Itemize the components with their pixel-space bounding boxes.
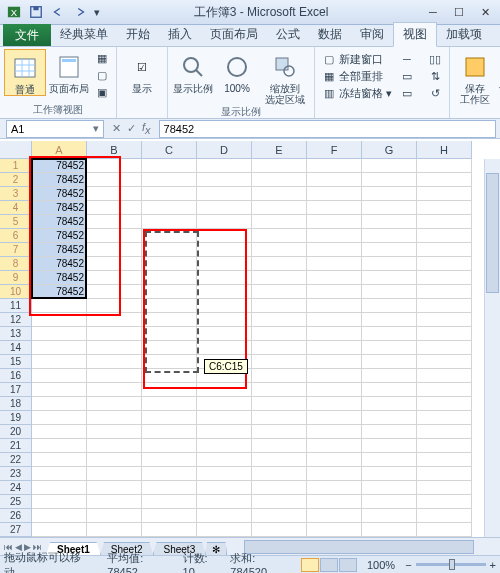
tab-classic[interactable]: 经典菜单 bbox=[51, 23, 117, 46]
cell[interactable] bbox=[417, 453, 472, 467]
cell[interactable] bbox=[362, 397, 417, 411]
cell[interactable] bbox=[197, 453, 252, 467]
cell[interactable] bbox=[307, 397, 362, 411]
row-header-21[interactable]: 21 bbox=[0, 439, 32, 453]
hide-button[interactable]: ▭ bbox=[397, 68, 417, 84]
cell[interactable] bbox=[197, 439, 252, 453]
cell[interactable]: 78452 bbox=[32, 215, 87, 229]
view-normal-icon[interactable] bbox=[301, 558, 319, 572]
cell[interactable] bbox=[87, 257, 142, 271]
maximize-icon[interactable]: ☐ bbox=[446, 4, 472, 20]
row-header-27[interactable]: 27 bbox=[0, 523, 32, 537]
cell[interactable] bbox=[252, 341, 307, 355]
col-header-F[interactable]: F bbox=[307, 141, 362, 159]
cell[interactable] bbox=[142, 215, 197, 229]
zoom-100-button[interactable]: 100% bbox=[216, 49, 258, 94]
row-header-15[interactable]: 15 bbox=[0, 355, 32, 369]
tab-review[interactable]: 审阅 bbox=[351, 23, 393, 46]
tab-view[interactable]: 视图 bbox=[393, 22, 437, 47]
row-header-8[interactable]: 8 bbox=[0, 257, 32, 271]
cell[interactable] bbox=[252, 243, 307, 257]
cell[interactable] bbox=[87, 523, 142, 537]
view-pagelayout-button[interactable]: 页面布局 bbox=[48, 49, 90, 94]
cell[interactable] bbox=[32, 439, 87, 453]
cell[interactable] bbox=[32, 481, 87, 495]
zoom-button[interactable]: 显示比例 bbox=[172, 49, 214, 94]
new-window-button[interactable]: ▢新建窗口 bbox=[319, 51, 395, 67]
cell[interactable] bbox=[362, 467, 417, 481]
cell[interactable] bbox=[417, 201, 472, 215]
cell[interactable] bbox=[362, 215, 417, 229]
reset-pos-button[interactable]: ↺ bbox=[425, 85, 445, 101]
cell[interactable] bbox=[417, 271, 472, 285]
cell[interactable] bbox=[362, 439, 417, 453]
cell[interactable] bbox=[252, 467, 307, 481]
col-header-C[interactable]: C bbox=[142, 141, 197, 159]
cell[interactable] bbox=[417, 173, 472, 187]
row-header-5[interactable]: 5 bbox=[0, 215, 32, 229]
tab-formulas[interactable]: 公式 bbox=[267, 23, 309, 46]
cell[interactable] bbox=[252, 201, 307, 215]
cell[interactable] bbox=[87, 341, 142, 355]
cell[interactable] bbox=[142, 299, 197, 313]
cell[interactable] bbox=[252, 495, 307, 509]
cell[interactable] bbox=[252, 271, 307, 285]
cell[interactable] bbox=[32, 341, 87, 355]
cell[interactable] bbox=[32, 313, 87, 327]
cell[interactable] bbox=[252, 355, 307, 369]
cell[interactable] bbox=[417, 243, 472, 257]
cell[interactable] bbox=[32, 397, 87, 411]
cell[interactable] bbox=[87, 271, 142, 285]
row-header-1[interactable]: 1 bbox=[0, 159, 32, 173]
cell[interactable] bbox=[87, 509, 142, 523]
row-header-17[interactable]: 17 bbox=[0, 383, 32, 397]
cell[interactable] bbox=[252, 523, 307, 537]
cell[interactable] bbox=[362, 383, 417, 397]
fx-icon[interactable]: fx bbox=[142, 121, 151, 136]
cell[interactable] bbox=[87, 313, 142, 327]
excel-icon[interactable]: X bbox=[4, 2, 24, 22]
cell[interactable] bbox=[417, 439, 472, 453]
cell[interactable] bbox=[307, 341, 362, 355]
col-header-B[interactable]: B bbox=[87, 141, 142, 159]
cell[interactable] bbox=[142, 271, 197, 285]
cell[interactable] bbox=[197, 467, 252, 481]
cell[interactable] bbox=[142, 509, 197, 523]
cell[interactable] bbox=[307, 201, 362, 215]
cell[interactable] bbox=[197, 509, 252, 523]
cell[interactable]: 78452 bbox=[32, 285, 87, 299]
cell[interactable] bbox=[307, 411, 362, 425]
cell[interactable] bbox=[417, 187, 472, 201]
cell[interactable] bbox=[252, 439, 307, 453]
cell[interactable] bbox=[142, 523, 197, 537]
col-header-D[interactable]: D bbox=[197, 141, 252, 159]
cell[interactable] bbox=[417, 495, 472, 509]
cell[interactable] bbox=[362, 355, 417, 369]
split-button[interactable]: ─ bbox=[397, 51, 417, 67]
cell[interactable] bbox=[362, 257, 417, 271]
custom-views-button[interactable]: ▢ bbox=[92, 67, 112, 83]
row-header-11[interactable]: 11 bbox=[0, 299, 32, 313]
cell[interactable] bbox=[142, 481, 197, 495]
cell[interactable] bbox=[87, 215, 142, 229]
cell[interactable] bbox=[197, 313, 252, 327]
cell[interactable] bbox=[142, 369, 197, 383]
cell[interactable] bbox=[307, 509, 362, 523]
cell[interactable] bbox=[197, 383, 252, 397]
cell[interactable] bbox=[197, 397, 252, 411]
cell[interactable] bbox=[362, 285, 417, 299]
cell[interactable] bbox=[197, 285, 252, 299]
cell[interactable] bbox=[307, 229, 362, 243]
cell[interactable] bbox=[142, 285, 197, 299]
view-normal-button[interactable]: 普通 bbox=[4, 49, 46, 96]
cell[interactable] bbox=[252, 299, 307, 313]
cell[interactable] bbox=[252, 509, 307, 523]
cell[interactable] bbox=[142, 229, 197, 243]
cell[interactable] bbox=[307, 355, 362, 369]
cell[interactable] bbox=[32, 383, 87, 397]
cell[interactable] bbox=[362, 509, 417, 523]
cell[interactable] bbox=[197, 201, 252, 215]
qat-dropdown-icon[interactable]: ▾ bbox=[92, 2, 102, 22]
cell[interactable] bbox=[252, 411, 307, 425]
cell[interactable] bbox=[252, 257, 307, 271]
